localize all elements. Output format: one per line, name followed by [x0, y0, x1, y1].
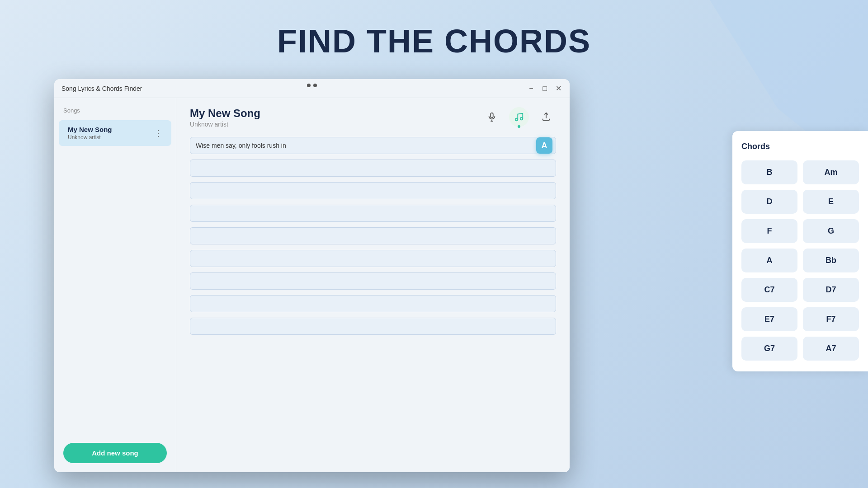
minimize-button[interactable]: −	[527, 84, 535, 93]
chord-btn-c7[interactable]: C7	[741, 278, 797, 302]
song-artist: Unknow artist	[190, 121, 260, 128]
sidebar-bottom: Add new song	[54, 434, 176, 472]
title-bar-controls: − □ ✕	[527, 84, 562, 93]
add-song-button[interactable]: Add new song	[63, 443, 167, 463]
chords-grid: B Am D E F G A Bb C7 D7 E7 F7 G7 A7	[741, 160, 859, 361]
line-row-1	[190, 160, 556, 177]
chord-btn-g7[interactable]: G7	[741, 337, 797, 361]
line-row-7	[190, 295, 556, 312]
webcam-dot-2	[313, 84, 317, 87]
chord-btn-d[interactable]: D	[741, 190, 797, 214]
chord-btn-e7[interactable]: E7	[741, 307, 797, 331]
chord-btn-a[interactable]: A	[741, 249, 797, 272]
svg-rect-0	[491, 113, 493, 118]
line-input-4[interactable]	[190, 227, 556, 244]
chord-btn-d7[interactable]: D7	[803, 278, 859, 302]
main-editor: My New Song Unknow artist	[176, 98, 570, 472]
chords-panel-title: Chords	[741, 142, 859, 151]
chord-btn-a7[interactable]: A7	[803, 337, 859, 361]
mic-button[interactable]	[482, 107, 502, 127]
maximize-button[interactable]: □	[541, 84, 549, 93]
chord-btn-e[interactable]: E	[803, 190, 859, 214]
svg-point-3	[515, 118, 518, 121]
app-content: Songs My New Song Unknow artist ⋮ Add ne…	[54, 98, 570, 472]
chord-btn-bb[interactable]: Bb	[803, 249, 859, 272]
sidebar-song-item[interactable]: My New Song Unknow artist ⋮	[59, 120, 171, 146]
song-header-info: My New Song Unknow artist	[190, 107, 260, 128]
chord-btn-am[interactable]: Am	[803, 160, 859, 184]
line-row-2	[190, 182, 556, 199]
editor-area: A	[176, 132, 570, 472]
line-input-7[interactable]	[190, 295, 556, 312]
line-input-0[interactable]	[190, 137, 556, 154]
line-input-2[interactable]	[190, 182, 556, 199]
toolbar-icons	[482, 107, 556, 127]
song-header: My New Song Unknow artist	[176, 98, 570, 132]
line-row-0: A	[190, 137, 556, 154]
share-button[interactable]	[536, 107, 556, 127]
chords-panel: Chords B Am D E F G A Bb C7 D7 E7 F7 G7 …	[732, 131, 868, 371]
line-input-3[interactable]	[190, 205, 556, 222]
line-row-5	[190, 250, 556, 267]
line-row-4	[190, 227, 556, 244]
close-button[interactable]: ✕	[554, 84, 562, 93]
line-row-3	[190, 205, 556, 222]
song-menu-button[interactable]: ⋮	[154, 128, 162, 138]
line-row-6	[190, 272, 556, 290]
webcam-indicator	[307, 84, 317, 87]
song-title: My New Song	[190, 107, 260, 120]
line-row-8	[190, 318, 556, 335]
chord-btn-f7[interactable]: F7	[803, 307, 859, 331]
song-list-item-title: My New Song	[68, 126, 112, 133]
chord-badge-a[interactable]: A	[536, 137, 552, 154]
song-list-info: My New Song Unknow artist	[68, 126, 112, 141]
sidebar-section-label: Songs	[54, 98, 176, 118]
line-input-8[interactable]	[190, 318, 556, 335]
line-input-6[interactable]	[190, 272, 556, 290]
chord-btn-g[interactable]: G	[803, 219, 859, 243]
line-input-1[interactable]	[190, 160, 556, 177]
title-bar: Song Lyrics & Chords Finder − □ ✕	[54, 79, 570, 98]
chord-btn-f[interactable]: F	[741, 219, 797, 243]
music-notes-button[interactable]	[509, 107, 529, 127]
chord-btn-b[interactable]: B	[741, 160, 797, 184]
webcam-dot-1	[307, 84, 311, 87]
song-list-item-artist: Unknow artist	[68, 134, 112, 141]
window-title: Song Lyrics & Chords Finder	[61, 85, 527, 92]
app-window: Song Lyrics & Chords Finder − □ ✕ Songs …	[54, 79, 570, 472]
line-input-5[interactable]	[190, 250, 556, 267]
sidebar: Songs My New Song Unknow artist ⋮ Add ne…	[54, 98, 176, 472]
svg-point-4	[520, 117, 523, 120]
